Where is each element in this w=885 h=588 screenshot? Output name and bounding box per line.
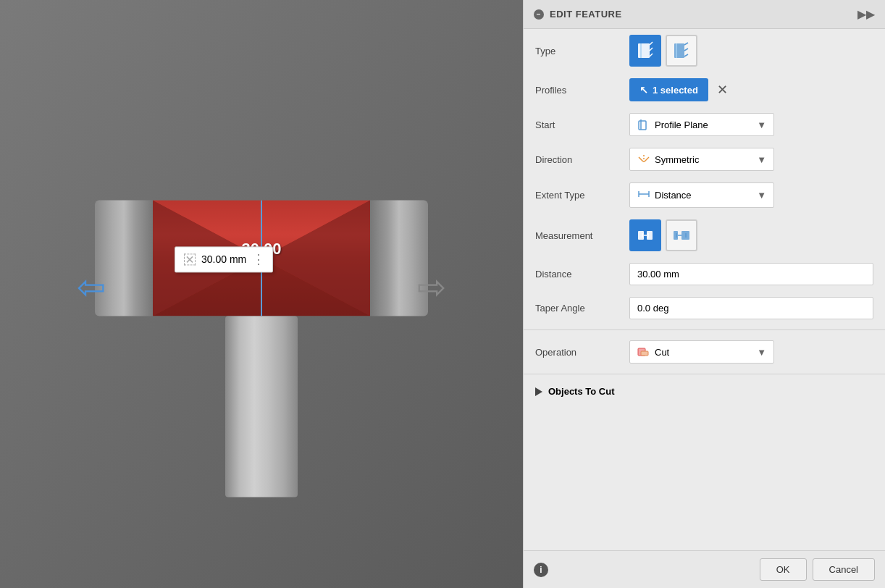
svg-line-19 bbox=[645, 157, 649, 161]
panel-content: Type bbox=[524, 29, 885, 550]
type-row: Type bbox=[524, 29, 885, 72]
operation-value: Cut bbox=[655, 347, 669, 358]
direction-dropdown[interactable]: Symmetric ▼ bbox=[629, 148, 774, 171]
profiles-row: Profiles ↖ 1 selected ✕ bbox=[524, 72, 885, 107]
start-value: Profile Plane bbox=[655, 119, 708, 130]
extent-type-row: Extent Type Distance ▼ bbox=[524, 177, 885, 214]
edit-feature-panel: − EDIT FEATURE ▶▶ Type bbox=[523, 0, 885, 588]
taper-angle-control bbox=[629, 297, 873, 319]
measurement-label: Measurement bbox=[535, 230, 629, 241]
divider-1 bbox=[524, 329, 885, 330]
operation-dropdown[interactable]: Cut ▼ bbox=[629, 340, 774, 364]
info-icon: i bbox=[534, 563, 548, 577]
direction-control: Symmetric ▼ bbox=[629, 148, 873, 171]
objects-expand-icon bbox=[535, 387, 542, 396]
direction-value: Symmetric bbox=[655, 154, 699, 165]
direction-dropdown-arrow: ▼ bbox=[757, 154, 766, 165]
type-extrude-button[interactable] bbox=[629, 35, 661, 67]
measurement-control bbox=[629, 219, 873, 251]
operation-row: Operation Cut ▼ bbox=[524, 335, 885, 369]
forward-button[interactable]: ▶▶ bbox=[857, 7, 875, 21]
svg-line-10 bbox=[650, 54, 653, 56]
divider-2 bbox=[524, 374, 885, 374]
minus-icon: − bbox=[534, 9, 544, 20]
measure-dots: ⋮ bbox=[252, 251, 264, 267]
profiles-selected-text: 1 selected bbox=[653, 85, 698, 96]
svg-line-9 bbox=[650, 48, 653, 51]
extent-type-dropdown-arrow: ▼ bbox=[757, 190, 766, 201]
svg-rect-24 bbox=[638, 231, 644, 240]
measure-value: 30.00 mm bbox=[201, 253, 246, 265]
extent-type-value: Distance bbox=[655, 190, 692, 201]
arrow-left-icon: ⇦ bbox=[77, 266, 106, 307]
svg-rect-35 bbox=[641, 351, 648, 356]
svg-line-14 bbox=[684, 49, 688, 51]
objects-to-cut-label: Objects To Cut bbox=[548, 386, 614, 397]
svg-rect-12 bbox=[676, 43, 677, 58]
svg-rect-16 bbox=[639, 121, 646, 130]
profiles-selected-button[interactable]: ↖ 1 selected bbox=[629, 78, 708, 101]
svg-line-18 bbox=[639, 157, 643, 161]
operation-label: Operation bbox=[535, 347, 629, 358]
distance-icon bbox=[637, 188, 650, 203]
start-dropdown[interactable]: Profile Plane ▼ bbox=[629, 113, 774, 136]
svg-line-15 bbox=[684, 54, 688, 56]
measure-tooltip: 30.00 mm ⋮ bbox=[175, 246, 273, 272]
cancel-button[interactable]: Cancel bbox=[813, 558, 875, 581]
measurement-row: Measurement bbox=[524, 214, 885, 257]
panel-footer: i OK Cancel bbox=[524, 550, 885, 588]
cursor-icon: ↖ bbox=[639, 84, 648, 96]
extent-type-dropdown[interactable]: Distance ▼ bbox=[629, 182, 774, 208]
svg-line-13 bbox=[684, 43, 688, 45]
panel-title-container: − EDIT FEATURE bbox=[534, 9, 622, 20]
panel-header: − EDIT FEATURE ▶▶ bbox=[524, 0, 885, 29]
start-control: Profile Plane ▼ bbox=[629, 113, 873, 136]
extent-type-label: Extent Type bbox=[535, 190, 629, 201]
distance-row: Distance bbox=[524, 257, 885, 291]
svg-rect-7 bbox=[640, 43, 642, 58]
extent-type-control: Distance ▼ bbox=[629, 182, 873, 208]
start-label: Start bbox=[535, 119, 629, 130]
svg-line-8 bbox=[650, 42, 653, 45]
taper-angle-input[interactable] bbox=[629, 297, 873, 319]
profile-plane-icon bbox=[637, 118, 650, 131]
svg-rect-25 bbox=[647, 231, 653, 240]
symmetric-icon bbox=[637, 153, 650, 166]
operation-dropdown-arrow: ▼ bbox=[757, 347, 766, 358]
distance-label: Distance bbox=[535, 269, 629, 280]
start-dropdown-arrow: ▼ bbox=[757, 119, 766, 130]
svg-rect-6 bbox=[638, 43, 650, 58]
taper-angle-row: Taper Angle bbox=[524, 291, 885, 325]
measurement-symmetric-button[interactable] bbox=[629, 219, 661, 251]
objects-to-cut-row[interactable]: Objects To Cut bbox=[524, 379, 885, 404]
direction-label: Direction bbox=[535, 154, 629, 165]
cut-icon bbox=[637, 345, 650, 358]
profiles-clear-button[interactable]: ✕ bbox=[717, 82, 728, 98]
type-control bbox=[629, 35, 873, 67]
taper-angle-label: Taper Angle bbox=[535, 303, 629, 314]
arrow-right-icon: ⇨ bbox=[417, 266, 446, 307]
profiles-control: ↖ 1 selected ✕ bbox=[629, 78, 873, 101]
vertical-rod bbox=[225, 316, 298, 497]
profiles-label: Profiles bbox=[535, 85, 629, 96]
operation-control: Cut ▼ bbox=[629, 340, 873, 364]
start-row: Start Profile Plane ▼ bbox=[524, 107, 885, 142]
type-revolve-button[interactable] bbox=[666, 35, 697, 67]
3d-scene: ⇦ bbox=[73, 113, 450, 461]
direction-row: Direction Symmetric ▼ bbox=[524, 142, 885, 177]
svg-rect-29 bbox=[674, 231, 678, 240]
distance-control bbox=[629, 263, 873, 285]
distance-input[interactable] bbox=[629, 263, 873, 285]
measurement-asymmetric-button[interactable] bbox=[666, 219, 697, 251]
panel-title-text: EDIT FEATURE bbox=[550, 9, 622, 20]
measure-icon bbox=[184, 253, 196, 265]
3d-viewport[interactable]: ⇦ bbox=[0, 0, 523, 588]
type-label: Type bbox=[535, 46, 629, 56]
ok-button[interactable]: OK bbox=[760, 558, 807, 581]
